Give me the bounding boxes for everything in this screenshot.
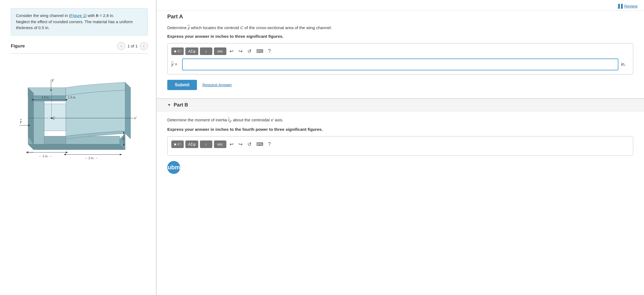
part-a-question-text: Determine y which locates the centroid C… <box>156 25 644 31</box>
y-bar-symbol: y <box>188 25 190 30</box>
toolbar-b-updown-button[interactable]: ↕ <box>200 140 212 148</box>
toolbar-b-refresh-button[interactable]: ↺ <box>246 140 253 148</box>
part-a-title: Part A <box>167 11 633 22</box>
figure-title: Figure <box>11 43 25 49</box>
radical-text: √□ <box>177 49 181 53</box>
b-radical-icon: ■ <box>174 142 176 146</box>
svg-text:← 2 in. →: ← 2 in. → <box>85 156 98 160</box>
part-a-bold-instruction: Express your answer in inches to three s… <box>156 34 644 39</box>
figure-nav-count: 1 of 1 <box>127 44 138 48</box>
x-prime-symbol: x′ <box>271 118 274 122</box>
answer-box-a: ■ √□ AΣφ ↕ vec ↩ ↪ ↺ ⌨ ? y = in. <box>167 43 633 74</box>
toolbar-vec-button[interactable]: vec <box>214 47 226 55</box>
svg-marker-6 <box>28 88 66 96</box>
review-link[interactable]: ▐▐ Review <box>617 4 638 8</box>
svg-text:y: y <box>52 78 54 82</box>
request-answer-link-a[interactable]: Request Answer <box>202 83 232 87</box>
svg-marker-35 <box>120 154 122 155</box>
svg-marker-7 <box>28 96 71 101</box>
svg-marker-34 <box>64 154 66 155</box>
problem-text-3: = 2.8 in. <box>98 13 114 18</box>
radical-icon: ■ <box>174 49 176 53</box>
figure-prev-button[interactable]: ‹ <box>117 42 125 50</box>
c-symbol: C <box>240 25 243 30</box>
toolbar-b-symbols-button[interactable]: AΣφ <box>185 140 198 148</box>
part-b-title: Part B <box>174 102 188 108</box>
svg-text:h: h <box>122 137 124 141</box>
action-row-a: Submit Request Answer <box>156 80 644 98</box>
figure-divider <box>11 53 148 54</box>
toolbar-keyboard-button[interactable]: ⌨ <box>255 47 265 55</box>
part-b-bold-instruction: Express your answer in inches to the fou… <box>167 127 633 132</box>
toolbar-refresh-button[interactable]: ↺ <box>246 47 253 55</box>
toolbar-symbols-button[interactable]: AΣφ <box>185 47 198 55</box>
part-b-question-text: Determine the moment of inertia Ix′ abou… <box>167 117 633 124</box>
figure-image-area: y y C x′ 1.5 in. 1.5 in. <box>11 58 148 171</box>
x-prime-sub: x′ <box>229 119 232 123</box>
toolbar-updown-button[interactable]: ↕ <box>200 47 212 55</box>
svg-marker-31 <box>66 152 68 153</box>
h-variable: h <box>96 13 98 18</box>
toolbar-undo-button[interactable]: ↩ <box>228 47 235 55</box>
svg-text:1.5 in.: 1.5 in. <box>68 96 76 99</box>
toolbar-help-button[interactable]: ? <box>267 47 272 55</box>
figure-link[interactable]: Figure 1 <box>70 13 85 18</box>
part-b-header-bar: ▼ Part B <box>156 99 644 111</box>
toolbar-b-redo-button[interactable]: ↪ <box>237 140 244 148</box>
toolbar-b-undo-button[interactable]: ↩ <box>228 140 235 148</box>
top-review-bar: ▐▐ Review <box>156 0 644 11</box>
toolbar-b-radical-button[interactable]: ■ √□ <box>171 140 184 148</box>
svg-text:1.5 in.: 1.5 in. <box>42 96 50 99</box>
submit-button-b[interactable]: Submit <box>167 161 180 174</box>
svg-marker-30 <box>26 152 28 153</box>
toolbar-b-vec-button[interactable]: vec <box>214 140 226 148</box>
svg-text:← 2 in. →: ← 2 in. → <box>39 155 52 158</box>
answer-input-row-a: y = in. <box>171 59 629 70</box>
submit-button-a[interactable]: Submit <box>167 80 197 90</box>
toolbar-radical-button[interactable]: ■ √□ <box>171 47 184 55</box>
problem-text-2: ) with <box>85 13 96 18</box>
action-row-b: Submit <box>167 161 633 177</box>
part-b-collapse-arrow[interactable]: ▼ <box>167 103 171 107</box>
answer-unit-a: in. <box>621 62 629 67</box>
part-a-title-bar: Part A <box>156 11 644 25</box>
b-radical-text: √□ <box>177 142 181 146</box>
part-b-content: Determine the moment of inertia Ix′ abou… <box>156 117 644 177</box>
figure-header: Figure ‹ 1 of 1 › <box>11 42 148 50</box>
figure-next-button[interactable]: › <box>140 42 148 50</box>
answer-label-a: y = <box>171 62 179 67</box>
toolbar-b-help-button[interactable]: ? <box>267 140 272 148</box>
figure-navigation: ‹ 1 of 1 › <box>117 42 148 50</box>
problem-description: Consider the wing channel in (Figure 1) … <box>11 8 148 36</box>
problem-text-1: Consider the wing channel in ( <box>16 13 70 18</box>
toolbar-b: ■ √□ AΣφ ↕ vec ↩ ↪ ↺ ⌨ ? <box>171 140 629 148</box>
svg-text:x′: x′ <box>134 116 137 120</box>
toolbar-a: ■ √□ AΣφ ↕ vec ↩ ↪ ↺ ⌨ ? <box>171 47 629 55</box>
answer-box-b: ■ √□ AΣφ ↕ vec ↩ ↪ ↺ ⌨ ? <box>167 136 633 156</box>
toolbar-redo-button[interactable]: ↪ <box>237 47 244 55</box>
right-panel: ▐▐ Review Part A Determine y which locat… <box>156 0 644 295</box>
toolbar-b-keyboard-button[interactable]: ⌨ <box>255 140 265 148</box>
problem-text-4: Neglect the effect of rounded corners. T… <box>16 19 133 30</box>
wing-channel-diagram: y y C x′ 1.5 in. 1.5 in. <box>12 61 147 169</box>
svg-marker-2 <box>28 144 125 150</box>
review-label: Review <box>624 4 638 8</box>
svg-text:y: y <box>20 119 22 124</box>
answer-input-a[interactable] <box>182 59 618 70</box>
left-panel: Consider the wing channel in (Figure 1) … <box>0 0 156 295</box>
review-icon: ▐▐ <box>617 4 623 8</box>
